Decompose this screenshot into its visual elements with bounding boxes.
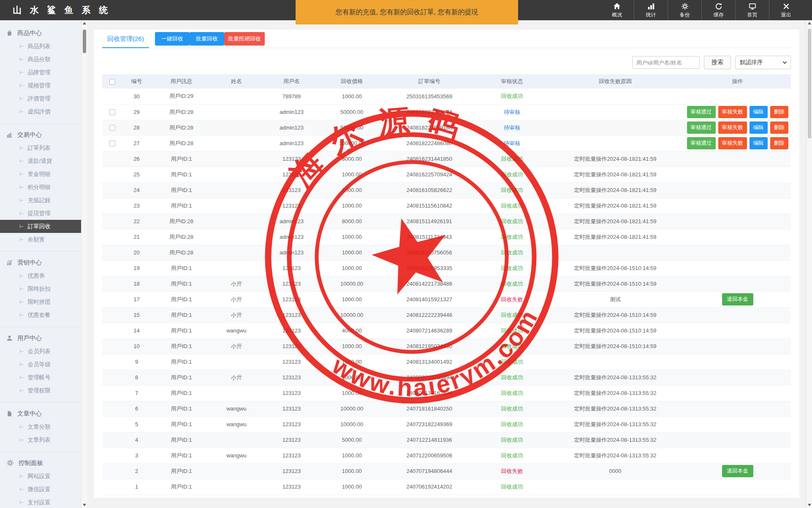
approve-button[interactable]: 审核通过 <box>687 137 716 149</box>
checkbox-cell <box>102 182 123 198</box>
topbar-menu-item[interactable]: 备份 <box>668 0 701 20</box>
sidebar-item[interactable]: 规格管理 <box>0 79 81 92</box>
edit-button[interactable]: 编辑 <box>750 137 768 149</box>
scroll-up-arrow[interactable] <box>81 20 87 26</box>
sidebar-item[interactable]: 会员等级 <box>0 358 81 371</box>
actions-cell <box>684 167 791 182</box>
sidebar-item[interactable]: 积分明细 <box>0 181 81 194</box>
toolbar-button[interactable]: 批量拒絕回收 <box>224 32 265 46</box>
toolbar-button[interactable]: 批量回收 <box>190 32 224 46</box>
sidebar-item[interactable]: 文章分類 <box>0 420 81 433</box>
table-head: 编号用戶訊息姓名用戶名回收價格訂單编号审核状态回收失败原因操作 <box>102 74 791 89</box>
row-order-number: 240707194806444 <box>381 463 478 479</box>
sidebar-item[interactable]: 限时拼团 <box>0 295 81 308</box>
topbar-menu-item[interactable]: 退出 <box>769 0 803 20</box>
sidebar-item[interactable]: 管理权限 <box>0 384 81 397</box>
sidebar-item[interactable]: 管理帳号 <box>0 371 81 384</box>
approve-button[interactable]: 审核通过 <box>687 122 716 134</box>
reject-button[interactable]: 审核失败 <box>718 106 747 118</box>
status-badge: 待审核 <box>504 124 520 131</box>
tab-recycle-management[interactable]: 回收管理(26) <box>102 30 149 48</box>
row-user-info: 用戶ID:1 <box>150 323 212 338</box>
topbar-menu-item[interactable]: 缓存 <box>701 0 735 20</box>
row-checkbox[interactable] <box>109 125 115 131</box>
sidebar-item[interactable]: 优惠券 <box>0 269 81 282</box>
status-badge: 回收成功 <box>501 421 523 427</box>
sidebar-item[interactable]: 訂單回收 <box>0 220 81 233</box>
row-order-number: 240815114926191 <box>381 213 478 229</box>
notification-banner[interactable]: 您有新的充值, 您有新的回收訂單, 您有新的提現 <box>296 0 518 24</box>
row-name <box>212 213 261 229</box>
main-scrollbar[interactable] <box>806 20 812 508</box>
topbar-menu-item[interactable]: 首页 <box>735 0 769 20</box>
sidebar-section-header[interactable]: 商品中心 <box>0 26 81 40</box>
scrollbar-thumb[interactable] <box>83 30 86 53</box>
sidebar-item[interactable]: 文章列表 <box>0 433 81 446</box>
sidebar-item[interactable]: 評價管理 <box>0 92 81 105</box>
sidebar-scrollbar[interactable] <box>81 20 87 508</box>
sidebar-item[interactable]: 余額寳 <box>0 233 81 246</box>
table-row: 9用戶ID:11231231000.00240813134001492回收成功 <box>102 354 791 370</box>
delete-button[interactable]: 删除 <box>770 137 788 149</box>
status-badge: 回收成功 <box>501 171 523 178</box>
sidebar-item[interactable]: 提現管理 <box>0 207 81 220</box>
sidebar-item[interactable]: 商品分類 <box>0 53 81 66</box>
search-row: 搜索 默認排序 <box>102 56 791 69</box>
sort-select[interactable]: 默認排序 <box>735 56 791 69</box>
refund-button[interactable]: 退回本金 <box>722 465 753 477</box>
sidebar-section-header[interactable]: 文章中心 <box>0 407 81 420</box>
sidebar-item[interactable]: 虚拟評價 <box>0 105 81 118</box>
search-button[interactable]: 搜索 <box>704 56 731 69</box>
row-fail-reason <box>546 104 684 120</box>
row-username: 123123 <box>261 151 323 167</box>
sidebar-item[interactable]: 限時折扣 <box>0 282 81 295</box>
reject-button[interactable]: 审核失败 <box>718 137 747 149</box>
edit-button[interactable]: 编辑 <box>750 106 768 118</box>
topbar-menu-item[interactable]: 概况 <box>600 0 634 20</box>
row-price: 1000.00 <box>323 229 381 245</box>
sidebar-section-header[interactable]: 营销中心 <box>0 256 81 269</box>
status-cell: 回收成功 <box>478 370 546 385</box>
sidebar-item[interactable]: 网站設置 <box>0 470 81 483</box>
scrollbar-thumb[interactable] <box>808 29 811 138</box>
sidebar-item[interactable]: 资金明细 <box>0 168 81 181</box>
sidebar-section-header[interactable]: 交易中心 <box>0 128 81 141</box>
sidebar-section-header[interactable]: 用戶中心 <box>0 331 81 345</box>
sidebar-item[interactable]: 品牌管理 <box>0 66 81 79</box>
status-cell: 回收失败 <box>478 292 546 307</box>
toolbar-button[interactable]: 一鍵回收 <box>155 32 190 46</box>
sidebar-section-header[interactable]: 控制面板 <box>0 456 81 470</box>
scroll-up-arrow[interactable] <box>807 20 812 26</box>
search-input[interactable] <box>632 56 700 69</box>
scroll-down-arrow[interactable] <box>807 502 812 508</box>
refund-button[interactable]: 退回本金 <box>722 293 753 305</box>
row-fail-reason: 定时批量操作2024-08-1510:14:59 <box>546 276 684 292</box>
sidebar-item[interactable]: 优惠套餐 <box>0 308 81 322</box>
column-header: 审核状态 <box>478 74 546 89</box>
delete-button[interactable]: 删除 <box>770 122 788 134</box>
reject-button[interactable]: 审核失败 <box>718 122 747 134</box>
row-username: 123123 <box>261 448 323 463</box>
sidebar-item[interactable]: 会员列表 <box>0 345 81 358</box>
table-row: 4用戶ID:11231235000.00240712214811936回收成功定… <box>102 432 791 448</box>
topbar-menu-item[interactable]: 统计 <box>634 0 668 20</box>
delete-button[interactable]: 删除 <box>770 106 788 118</box>
select-all-checkbox[interactable] <box>109 79 115 85</box>
sidebar-item[interactable]: 支付設置 <box>0 496 81 508</box>
sidebar-item[interactable]: 退款/退貨 <box>0 154 81 168</box>
row-fail-reason <box>546 89 684 104</box>
table-row: 5用戶ID:1wangwu12312310000.002407231822493… <box>102 416 791 432</box>
edit-button[interactable]: 编辑 <box>750 122 768 134</box>
row-name <box>212 182 261 198</box>
sidebar-item[interactable]: 充值記錄 <box>0 194 81 207</box>
scroll-down-arrow[interactable] <box>81 502 87 508</box>
approve-button[interactable]: 审核通过 <box>687 106 716 118</box>
row-checkbox[interactable] <box>109 109 115 115</box>
sidebar-item[interactable]: 微信設置 <box>0 483 81 496</box>
sidebar-item[interactable]: 商品列表 <box>0 40 81 53</box>
status-cell: 回收成功 <box>478 198 546 213</box>
sidebar-item[interactable]: 訂單列表 <box>0 141 81 154</box>
row-checkbox[interactable] <box>109 141 115 146</box>
row-id: 7 <box>123 385 150 401</box>
table-row: 2用戶ID:11231231000.00240707194806444回收失败0… <box>102 463 791 479</box>
